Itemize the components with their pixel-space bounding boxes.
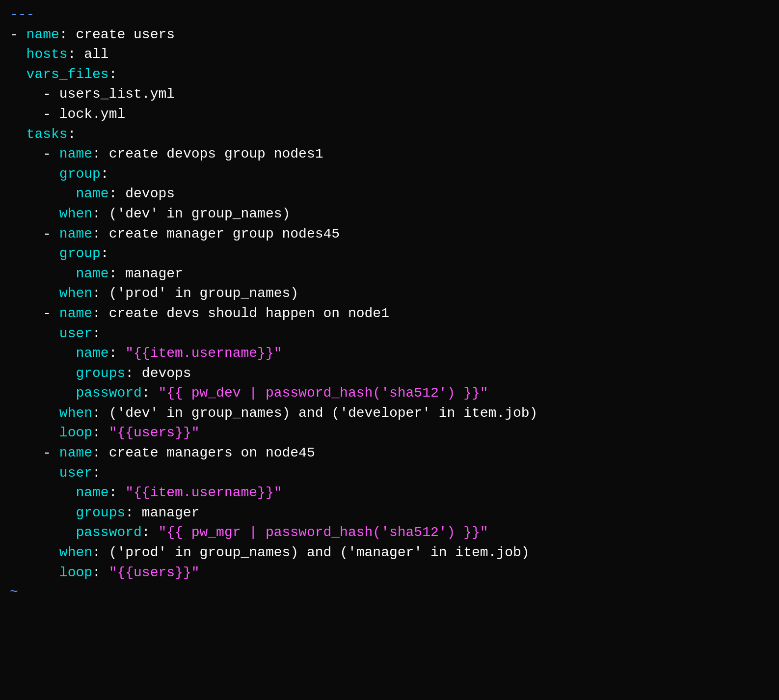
code-line-9: group:: [10, 164, 769, 185]
code-line-10: name: devops: [10, 184, 769, 204]
code-line-21: when: ('dev' in group_names) and ('devel…: [10, 404, 769, 424]
code-line-30: ~: [10, 583, 769, 603]
code-editor: ---- name: create users hosts: all vars_…: [0, 5, 779, 603]
code-line-4: vars_files:: [10, 65, 769, 85]
code-line-11: when: ('dev' in group_names): [10, 204, 769, 224]
code-line-15: when: ('prod' in group_names): [10, 284, 769, 304]
code-line-14: name: manager: [10, 264, 769, 284]
code-line-6: - lock.yml: [10, 105, 769, 125]
code-line-26: groups: manager: [10, 503, 769, 523]
code-line-12: - name: create manager group nodes45: [10, 224, 769, 244]
code-line-7: tasks:: [10, 125, 769, 145]
code-line-20: password: "{{ pw_dev | password_hash('sh…: [10, 383, 769, 404]
code-line-25: name: "{{item.username}}": [10, 483, 769, 503]
code-line-0: ---: [10, 5, 769, 25]
code-line-19: groups: devops: [10, 364, 769, 384]
code-line-18: name: "{{item.username}}": [10, 344, 769, 364]
code-line-13: group:: [10, 244, 769, 264]
code-line-28: when: ('prod' in group_names) and ('mana…: [10, 543, 769, 563]
code-line-17: user:: [10, 324, 769, 344]
code-line-27: password: "{{ pw_mgr | password_hash('sh…: [10, 523, 769, 543]
code-line-3: hosts: all: [10, 45, 769, 65]
code-line-24: user:: [10, 463, 769, 484]
code-line-2: - name: create users: [10, 25, 769, 45]
code-line-29: loop: "{{users}}": [10, 563, 769, 583]
code-line-5: - users_list.yml: [10, 84, 769, 105]
code-line-22: loop: "{{users}}": [10, 423, 769, 443]
code-line-16: - name: create devs should happen on nod…: [10, 304, 769, 324]
code-line-8: - name: create devops group nodes1: [10, 144, 769, 164]
code-line-23: - name: create managers on node45: [10, 443, 769, 463]
